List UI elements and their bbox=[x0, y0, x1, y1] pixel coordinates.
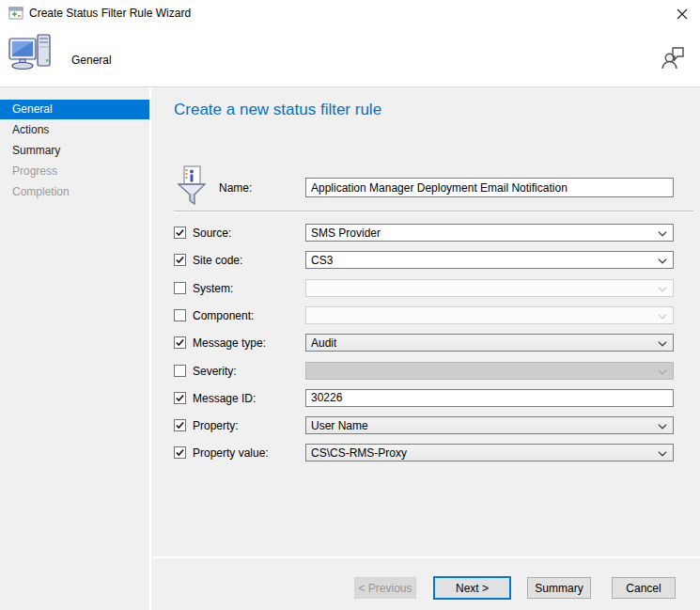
system-checkbox[interactable] bbox=[174, 282, 186, 294]
row-property: Property:User Name bbox=[153, 416, 700, 437]
sidebar-item-progress: Progress bbox=[0, 162, 149, 181]
site-code-combobox[interactable]: CS3 bbox=[305, 251, 674, 269]
property-value-label: Property value: bbox=[193, 446, 269, 460]
person-feedback-icon[interactable] bbox=[661, 44, 687, 70]
row-system: System: bbox=[153, 279, 700, 300]
message-id-input[interactable] bbox=[305, 389, 674, 407]
titlebar: Create Status Filter Rule Wizard bbox=[0, 0, 700, 26]
chevron-down-icon bbox=[658, 314, 667, 320]
close-icon[interactable] bbox=[672, 5, 692, 23]
chevron-down-icon bbox=[658, 258, 667, 264]
wizard-content: GeneralActionsSummaryProgressCompletion … bbox=[0, 86, 700, 610]
next-button[interactable]: Next > bbox=[433, 576, 511, 600]
wizard-steps: GeneralActionsSummaryProgressCompletion bbox=[0, 87, 151, 610]
property-combobox[interactable]: User Name bbox=[305, 416, 674, 434]
chevron-down-icon bbox=[658, 231, 667, 237]
property-label: Property: bbox=[193, 419, 239, 432]
component-label: Component: bbox=[193, 309, 254, 322]
row-source: Source:SMS Provider bbox=[153, 224, 700, 244]
source-label: Source: bbox=[193, 227, 231, 240]
message-type-combobox[interactable]: Audit bbox=[305, 334, 674, 352]
sidebar-item-general[interactable]: General bbox=[0, 100, 149, 119]
page-title: Create a new status filter rule bbox=[174, 101, 381, 119]
component-combobox bbox=[305, 306, 674, 324]
severity-combobox bbox=[305, 362, 674, 380]
row-severity: Severity: bbox=[153, 362, 700, 383]
summary-button[interactable]: Summary bbox=[527, 577, 591, 599]
wizard-window-icon bbox=[8, 6, 23, 21]
system-combobox bbox=[305, 279, 674, 297]
message-id-label: Message ID: bbox=[193, 392, 256, 405]
wizard-page-general: Create a new status filter rule Name: bbox=[153, 87, 700, 610]
property-checkbox[interactable] bbox=[174, 419, 186, 431]
source-value: SMS Provider bbox=[311, 227, 381, 240]
row-message-type: Message type:Audit bbox=[153, 334, 700, 354]
wizard-banner: General bbox=[0, 26, 700, 86]
source-combobox[interactable]: SMS Provider bbox=[305, 224, 674, 242]
message-id-checkbox[interactable] bbox=[174, 392, 186, 404]
chevron-down-icon bbox=[658, 424, 667, 430]
system-label: System: bbox=[193, 282, 233, 295]
row-component: Component: bbox=[153, 306, 700, 327]
chevron-down-icon bbox=[658, 369, 667, 375]
sidebar-item-summary[interactable]: Summary bbox=[0, 141, 149, 161]
severity-checkbox[interactable] bbox=[174, 365, 186, 377]
site-code-value: CS3 bbox=[311, 254, 333, 267]
row-site-code: Site code:CS3 bbox=[153, 251, 700, 272]
property-value-combobox[interactable]: CS\CS-RMS-Proxy bbox=[305, 444, 674, 461]
chevron-down-icon bbox=[658, 287, 667, 292]
sidebar-item-actions[interactable]: Actions bbox=[0, 120, 149, 140]
cancel-button[interactable]: Cancel bbox=[612, 577, 676, 599]
chevron-down-icon bbox=[658, 451, 667, 457]
source-checkbox[interactable] bbox=[174, 227, 186, 239]
component-checkbox[interactable] bbox=[174, 309, 186, 321]
property-value-checkbox[interactable] bbox=[174, 446, 186, 459]
message-type-value: Audit bbox=[311, 336, 336, 350]
chevron-down-icon bbox=[658, 341, 667, 347]
sidebar-item-completion: Completion bbox=[0, 182, 149, 202]
property-value-value: CS\CS-RMS-Proxy bbox=[311, 446, 407, 460]
site-code-label: Site code: bbox=[193, 254, 242, 267]
severity-label: Severity: bbox=[193, 365, 237, 378]
computer-icon bbox=[8, 32, 55, 85]
site-code-checkbox[interactable] bbox=[174, 254, 186, 266]
banner-page-label: General bbox=[71, 54, 112, 67]
status-filter-icon bbox=[177, 165, 210, 211]
row-message-id: Message ID: bbox=[153, 389, 700, 410]
name-label: Name: bbox=[219, 181, 252, 195]
separator bbox=[174, 211, 693, 211]
footer-divider bbox=[153, 556, 700, 558]
row-property-value: Property value:CS\CS-RMS-Proxy bbox=[153, 444, 700, 464]
previous-button: < Previous bbox=[354, 577, 416, 599]
property-value: User Name bbox=[311, 419, 368, 432]
name-input[interactable] bbox=[305, 178, 674, 197]
message-type-label: Message type: bbox=[193, 336, 266, 350]
wizard-window: Create Status Filter Rule Wizard bbox=[0, 0, 700, 610]
window-title: Create Status Filter Rule Wizard bbox=[29, 7, 191, 20]
message-type-checkbox[interactable] bbox=[174, 336, 186, 349]
